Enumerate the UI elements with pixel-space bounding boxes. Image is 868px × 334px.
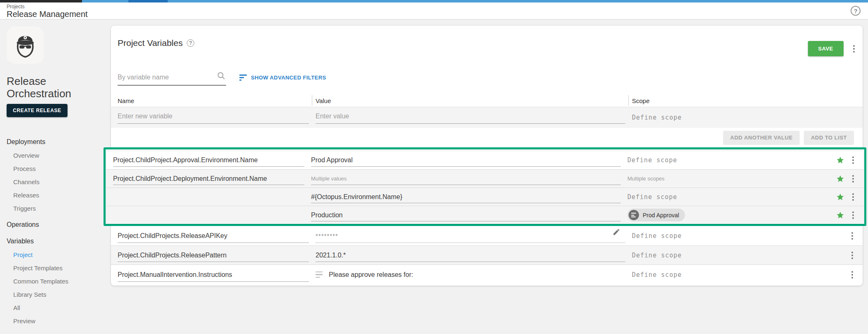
favorite-star-icon[interactable] xyxy=(836,211,844,219)
edit-pencil-icon[interactable] xyxy=(612,228,620,238)
sidebar-item-overview[interactable]: Overview xyxy=(7,149,107,162)
favorite-star-icon[interactable] xyxy=(836,193,844,201)
sidebar-item-common-templates[interactable]: Common Templates xyxy=(7,274,107,288)
row-menu-icon[interactable] xyxy=(850,250,854,260)
variable-value-field[interactable]: 2021.1.0.* xyxy=(316,246,625,264)
variable-name-field xyxy=(113,188,304,206)
sidebar-item-all[interactable]: All xyxy=(7,301,107,314)
nav-section-operations[interactable]: Operations xyxy=(7,218,107,231)
highlighted-variable-group: Project.ChildProject.Approval.Environmen… xyxy=(104,147,866,226)
breadcrumb[interactable]: Projects xyxy=(7,4,861,10)
create-release-button[interactable]: CREATE RELEASE xyxy=(7,104,68,117)
variable-scope-field[interactable]: Prod Approval xyxy=(627,206,828,224)
sidebar-item-preview[interactable]: Preview xyxy=(7,314,107,327)
variable-value-field[interactable]: #{Octopus.Environment.Name} xyxy=(311,188,621,206)
variable-scope-field[interactable]: Define scope xyxy=(632,246,832,264)
sidebar-item-triggers[interactable]: Triggers xyxy=(7,202,107,215)
variable-scope-field[interactable]: Multiple scopes xyxy=(627,170,828,187)
row-menu-icon[interactable] xyxy=(851,174,855,184)
variable-name-field[interactable]: Project.ChildProjects.ReleaseAPIKey xyxy=(118,226,309,245)
sidebar: Release Orchestration CREATE RELEASE Dep… xyxy=(0,19,111,334)
sidebar-item-library-sets[interactable]: Library Sets xyxy=(7,288,107,301)
variable-scope-field[interactable]: Define scope xyxy=(632,265,832,284)
column-header-value: Value xyxy=(316,95,625,107)
add-to-list-button[interactable]: ADD TO LIST xyxy=(804,131,854,145)
variable-name-field xyxy=(113,206,304,224)
table-row: Project.ChildProject.Approval.Environmen… xyxy=(106,151,863,169)
table-row: #{Octopus.Environment.Name} Define scope xyxy=(106,187,863,206)
row-menu-icon[interactable] xyxy=(850,270,854,280)
table-row: Project.ManualIntervention.Instructions … xyxy=(111,265,863,284)
project-name: Release Orchestration xyxy=(7,75,94,100)
add-another-value-button[interactable]: ADD ANOTHER VALUE xyxy=(723,131,800,145)
page-header: Projects Release Management ? xyxy=(0,2,868,19)
sidebar-item-process[interactable]: Process xyxy=(7,162,107,175)
help-icon[interactable]: ? xyxy=(187,39,194,47)
row-menu-icon[interactable] xyxy=(851,192,855,202)
new-variable-row: Define scope xyxy=(111,107,863,128)
row-menu-icon[interactable] xyxy=(851,155,855,165)
variable-scope-field[interactable]: Define scope xyxy=(627,151,828,169)
favorite-star-icon[interactable] xyxy=(836,156,844,164)
variable-value-field[interactable]: Prod Approval xyxy=(311,151,621,169)
sidebar-item-releases[interactable]: Releases xyxy=(7,188,107,202)
new-variable-actions: ADD ANOTHER VALUE ADD TO LIST xyxy=(111,128,863,147)
scope-chip[interactable]: Prod Approval xyxy=(627,209,685,221)
overflow-menu-icon[interactable] xyxy=(852,44,856,54)
page-title: Release Management xyxy=(7,10,861,19)
variable-name-field[interactable]: Project.ChildProject.Deployment.Environm… xyxy=(113,170,304,187)
new-variable-name-input[interactable] xyxy=(118,112,309,124)
variable-name-field[interactable]: Project.ChildProject.Approval.Environmen… xyxy=(113,151,304,169)
column-header-name: Name xyxy=(118,95,309,107)
variable-value-field[interactable]: Multiple values xyxy=(311,170,621,187)
new-variable-value-input[interactable] xyxy=(316,112,625,124)
table-row: Project.ChildProject.Deployment.Environm… xyxy=(106,169,863,187)
search-icon xyxy=(217,72,225,82)
sidebar-item-project[interactable]: Project xyxy=(7,248,107,261)
environment-icon xyxy=(629,210,639,220)
sidebar-item-project-templates[interactable]: Project Templates xyxy=(7,261,107,274)
save-button[interactable]: SAVE xyxy=(808,41,844,56)
variable-scope-field[interactable]: Define scope xyxy=(627,188,828,206)
variable-name-field[interactable]: Project.ManualIntervention.Instructions xyxy=(118,265,309,284)
nav-section-variables[interactable]: Variables xyxy=(7,235,107,248)
variable-name-field[interactable]: Project.ChildProjects.ReleasePattern xyxy=(118,246,309,264)
project-logo xyxy=(7,26,44,64)
project-variables-card: Project Variables ? SAVE SHOW ADV xyxy=(111,26,863,286)
show-advanced-filters-link[interactable]: SHOW ADVANCED FILTERS xyxy=(239,74,326,86)
favorite-star-icon[interactable] xyxy=(836,175,844,183)
card-title: Project Variables xyxy=(118,38,183,48)
variable-scope-field[interactable]: Define scope xyxy=(632,226,832,245)
variable-value-field[interactable]: ******** xyxy=(316,226,625,245)
row-menu-icon[interactable] xyxy=(850,231,854,241)
variable-value-field[interactable]: Production xyxy=(311,206,621,224)
search-input[interactable] xyxy=(118,72,226,86)
column-header-scope: Scope xyxy=(632,95,832,107)
help-icon[interactable]: ? xyxy=(851,6,861,16)
table-header-row: Name Value Scope xyxy=(111,95,863,107)
markdown-text-icon xyxy=(316,272,323,278)
filter-icon xyxy=(239,74,247,81)
row-menu-icon[interactable] xyxy=(851,210,855,220)
variable-value-field[interactable]: Please approve releases for: xyxy=(316,265,625,284)
nav-section-deployments[interactable]: Deployments xyxy=(7,135,107,149)
sidebar-nav: Deployments Overview Process Channels Re… xyxy=(7,135,107,327)
table-row: Project.ChildProjects.ReleaseAPIKey ****… xyxy=(111,226,863,245)
sidebar-item-channels[interactable]: Channels xyxy=(7,175,107,188)
new-variable-scope-field[interactable]: Define scope xyxy=(632,114,682,121)
table-row: Production Prod Approval xyxy=(106,206,863,224)
table-row: Project.ChildProjects.ReleasePattern 202… xyxy=(111,245,863,265)
police-officer-icon xyxy=(12,31,39,59)
